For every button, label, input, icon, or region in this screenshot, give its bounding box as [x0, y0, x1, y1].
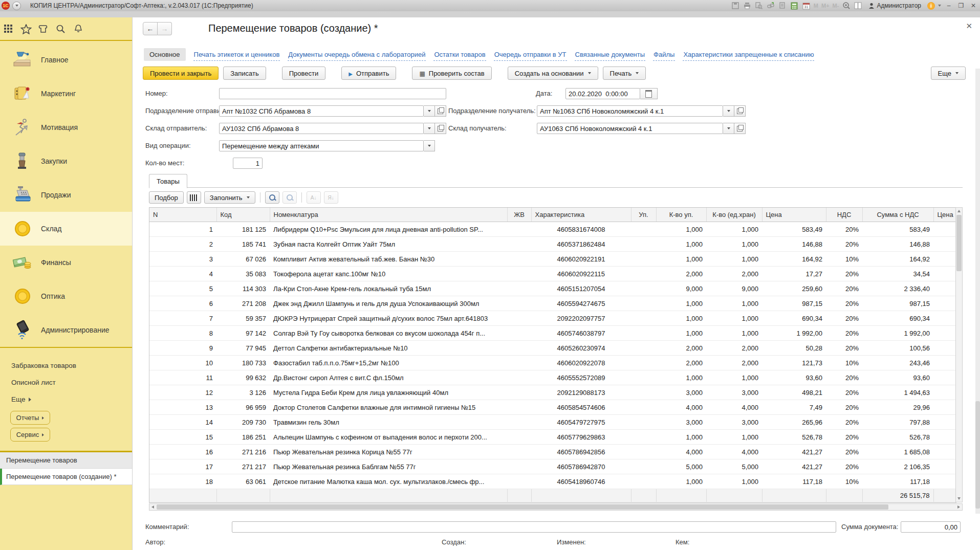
back-button[interactable]: ← — [143, 22, 158, 35]
col-header[interactable]: N — [149, 208, 216, 222]
cell-price[interactable]: 526,78 — [762, 430, 826, 445]
cell-characteristic[interactable]: 4605746038797 — [531, 326, 631, 341]
close-window-button[interactable]: ✕ — [969, 2, 978, 9]
cell-sum[interactable]: 164,92 — [862, 252, 933, 267]
service-button[interactable]: Сервис — [10, 428, 50, 442]
calendar-icon[interactable]: 31 — [802, 2, 811, 10]
cell-zhv[interactable] — [507, 326, 531, 341]
cell-price[interactable]: 583,49 — [762, 222, 826, 237]
memory-m-minus-button[interactable]: M- — [833, 3, 839, 9]
cell-qty-unit[interactable]: 1,000 — [706, 296, 762, 311]
cell-zhv[interactable] — [507, 281, 531, 296]
cell-sum[interactable]: 2 336,40 — [862, 281, 933, 296]
cell-qty-pack[interactable]: 5,000 — [656, 459, 706, 474]
cell-price2[interactable] — [933, 326, 956, 341]
cell-vat[interactable]: 20% — [826, 296, 862, 311]
table-row[interactable]: 14 209 730 Травмизин гель 30мл 460547972… — [149, 415, 956, 430]
cell-sum[interactable]: 2 106,35 — [862, 459, 933, 474]
command-button[interactable]: Проверить состав — [412, 67, 491, 80]
cell-price[interactable]: 50,28 — [762, 341, 826, 356]
cell-code[interactable]: 185 741 — [216, 237, 270, 252]
cell-n[interactable]: 15 — [149, 430, 216, 445]
cell-price[interactable]: 164,92 — [762, 252, 826, 267]
cell-sum[interactable]: 987,15 — [862, 296, 933, 311]
cell-sum[interactable]: 1 685,08 — [862, 445, 933, 459]
cell-code[interactable]: 271 217 — [216, 459, 270, 474]
cell-code[interactable]: 59 357 — [216, 311, 270, 326]
sidebar-item-zakupki[interactable]: Закупки — [0, 144, 132, 178]
doc-tab[interactable]: Основное — [144, 48, 186, 61]
cell-sum[interactable]: 100,56 — [862, 341, 933, 356]
cell-zhv[interactable] — [507, 430, 531, 445]
doc-tab[interactable]: Связанные документы — [575, 49, 646, 61]
cell-n[interactable]: 8 — [149, 326, 216, 341]
cell-price[interactable]: 1 992,00 — [762, 326, 826, 341]
cell-sum[interactable]: 1 992,00 — [862, 326, 933, 341]
cell-qty-pack[interactable]: 1,000 — [656, 252, 706, 267]
cell-vat[interactable]: 20% — [826, 237, 862, 252]
cell-vat[interactable]: 20% — [826, 445, 862, 459]
cell-code[interactable]: 77 945 — [216, 341, 270, 356]
cell-vat[interactable]: 20% — [826, 430, 862, 445]
command-button[interactable]: Создать на основании — [508, 67, 598, 80]
cell-price2[interactable] — [933, 341, 956, 356]
sender-dept-input[interactable] — [219, 105, 424, 117]
cell-up[interactable] — [631, 237, 656, 252]
cell-price2[interactable] — [933, 281, 956, 296]
cell-qty-pack[interactable]: 1,000 — [656, 430, 706, 445]
sender-store-open-button[interactable] — [435, 123, 446, 134]
cell-price2[interactable] — [933, 252, 956, 267]
cell-up[interactable] — [631, 281, 656, 296]
cell-price2[interactable] — [933, 415, 956, 430]
cell-characteristic[interactable]: 4605594274675 — [531, 296, 631, 311]
cell-zhv[interactable] — [507, 311, 531, 326]
cell-vat[interactable]: 20% — [826, 281, 862, 296]
comment-input[interactable] — [232, 521, 836, 533]
fill-button[interactable]: Заполнить — [204, 191, 255, 204]
sidebar-item-motivaciya[interactable]: Мотивация — [0, 111, 132, 144]
places-input[interactable] — [233, 158, 263, 169]
cell-zhv[interactable] — [507, 237, 531, 252]
cell-up[interactable] — [631, 400, 656, 415]
cell-vat[interactable]: 20% — [826, 370, 862, 385]
table-row[interactable]: 6 271 208 Джек энд Джилл Шампунь и гель … — [149, 296, 956, 311]
cell-price[interactable]: 7,49 — [762, 400, 826, 415]
cell-n[interactable]: 4 — [149, 267, 216, 281]
cell-up[interactable] — [631, 474, 656, 489]
cell-vat[interactable]: 20% — [826, 341, 862, 356]
cell-price[interactable]: 421,27 — [762, 459, 826, 474]
cell-qty-pack[interactable]: 1,000 — [656, 474, 706, 489]
scrollbar-thumb[interactable] — [975, 401, 980, 509]
sidebar-item-marketing[interactable]: Маркетинг — [0, 77, 132, 111]
cell-price2[interactable] — [933, 370, 956, 385]
cell-qty-pack[interactable]: 9,000 — [656, 281, 706, 296]
cell-name[interactable]: Зубная паста Колгейт Оптик Уайт 75мл — [270, 237, 507, 252]
sender-store-dropdown-button[interactable] — [424, 123, 435, 134]
cell-zhv[interactable] — [507, 341, 531, 356]
table-row[interactable]: 17 271 217 Пьюр Жевательная резинка Бабл… — [149, 459, 956, 474]
col-header[interactable]: Код — [216, 208, 270, 222]
cell-n[interactable]: 2 — [149, 237, 216, 252]
table-row[interactable]: 8 97 142 Солгар Вэй Ту Гоу сыворотка бел… — [149, 326, 956, 341]
cell-sum[interactable]: 1 494,63 — [862, 385, 933, 400]
cell-characteristic[interactable]: 4605831674008 — [531, 222, 631, 237]
cell-sum[interactable]: 797,88 — [862, 415, 933, 430]
history-icon[interactable] — [35, 21, 52, 37]
col-header[interactable]: К-во уп. — [656, 208, 706, 222]
receiver-dept-open-button[interactable] — [734, 105, 746, 117]
sections-grid-icon[interactable] — [0, 21, 17, 37]
cell-n[interactable]: 16 — [149, 445, 216, 459]
cell-qty-unit[interactable]: 3,000 — [706, 385, 762, 400]
cell-up[interactable] — [631, 222, 656, 237]
cell-name[interactable]: Компливит Актив жевательный таб.жев. Бан… — [270, 252, 507, 267]
cell-characteristic[interactable]: 4605854574606 — [531, 400, 631, 415]
cell-qty-pack[interactable]: 2,000 — [656, 356, 706, 370]
cell-code[interactable]: 271 208 — [216, 296, 270, 311]
cell-qty-unit[interactable]: 4,000 — [706, 445, 762, 459]
cell-zhv[interactable] — [507, 296, 531, 311]
cell-up[interactable] — [631, 459, 656, 474]
cell-qty-pack[interactable]: 1,000 — [656, 326, 706, 341]
cell-sum[interactable]: 34,54 — [862, 267, 933, 281]
cell-price[interactable]: 265,96 — [762, 415, 826, 430]
search-button[interactable] — [265, 191, 279, 204]
